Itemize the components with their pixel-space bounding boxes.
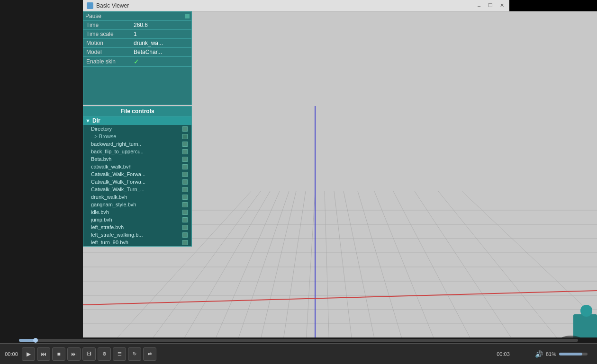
dir-name: Dir [92,117,100,124]
svg-rect-31 [580,305,592,317]
list-item[interactable]: back_flip_to_uppercu.. [83,148,191,155]
list-item[interactable]: Beta.bvh [83,155,191,163]
file-icon [182,240,188,245]
file-name: Catwalk_Walk_Forwa... [91,171,181,177]
model-value: BetaChar... [134,49,189,55]
loop-icon: ↻ [133,351,136,356]
file-name: Catwalk_Walk_Turn_... [91,186,181,192]
file-icon [182,157,188,162]
file-name: drunk_walk.bvh [91,194,181,200]
timescale-label: Time scale [86,31,134,37]
settings-icon: ⚙ [102,351,107,356]
props-body [83,67,191,105]
pause-label: Pause [85,13,101,19]
list-button[interactable]: ☰ [113,347,126,361]
file-name: gangnam_style.bvh [91,202,181,207]
browse-label: --> Browse [91,133,181,139]
model-row: Model BetaChar... [83,48,191,57]
browse-icon [182,134,188,139]
motion-row: Motion drunk_wa... [83,39,191,48]
list-item[interactable]: Catwalk_Walk_Turn_... [83,186,191,193]
timescale-value: 1 [134,31,189,37]
properties-panel: Pause Time 260.6 Time scale 1 Motion dru… [83,11,192,105]
volume-slider[interactable] [559,353,588,355]
rewind-icon: ⏮ [41,351,46,357]
skin-label: Enable skin [86,58,134,65]
loop-button[interactable]: ↻ [128,347,141,361]
time-label: Time [86,22,134,28]
shuffle-button[interactable]: ⇄ [143,347,156,361]
file-name: left_strafe_walking.b... [91,232,181,238]
props-header: Pause [83,12,191,21]
frame-icon: 🎞 [87,351,91,356]
play-button[interactable]: ▶ [22,347,35,361]
list-item[interactable]: idle.bvh [83,208,191,216]
props-resize-handle[interactable] [185,14,190,18]
restore-button[interactable]: ☐ [487,2,494,9]
list-item[interactable]: left_strafe_walking.b... [83,231,191,239]
time-value: 260.6 [134,22,189,28]
minimize-button[interactable]: – [475,2,483,9]
progress-track[interactable] [19,339,578,342]
skin-check: ✓ [134,58,139,65]
file-icon [182,142,188,147]
list-item[interactable]: left_turn_90.bvh [83,239,191,246]
titlebar-controls: – ☐ ✕ [475,2,506,9]
browse-item[interactable]: --> Browse [83,133,191,140]
file-name: jump.bvh [91,217,181,222]
model-label: Model [86,49,134,55]
frame-capture-button[interactable]: 🎞 [82,347,96,361]
shuffle-icon: ⇄ [148,351,152,356]
stop-button[interactable]: ■ [52,347,65,361]
progress-area[interactable] [0,337,597,343]
file-icon [182,172,188,177]
titlebar: Basic Viewer – ☐ ✕ [83,0,509,11]
file-icon [182,217,188,222]
file-name: left_turn_90.bvh [91,240,181,245]
file-name: back_flip_to_uppercu.. [91,149,181,154]
time-row: Time 260.6 [83,21,191,30]
list-item[interactable]: catwalk_walk.bvh [83,163,191,170]
list-item[interactable]: drunk_walk.bvh [83,193,191,201]
file-icon [182,179,188,185]
skin-row: Enable skin ✓ [83,57,191,67]
settings-button[interactable]: ⚙ [98,347,111,361]
motion-label: Motion [86,40,134,46]
next-icon: ⏭ [71,351,77,357]
viewer-icon [87,2,93,9]
volume-fill [559,353,582,355]
file-name: catwalk_walk.bvh [91,164,181,169]
titlebar-left: Basic Viewer [87,2,129,9]
directory-label: Directory [91,126,181,132]
close-button[interactable]: ✕ [498,2,506,9]
transport-bar: 00:00 ▶ ⏮ ■ ⏭ 🎞 ⚙ ☰ ↻ ⇄ 🔊 81% 00:03 [0,343,597,364]
timescale-row: Time scale 1 [83,30,191,39]
file-icon [182,225,188,230]
directory-item[interactable]: Directory [83,125,191,133]
file-name: left_strafe.bvh [91,224,181,230]
volume-icon: 🔊 [535,350,543,358]
next-button[interactable]: ⏭ [67,347,81,361]
play-icon: ▶ [27,351,31,357]
dir-top-row[interactable]: ▼ Dir [83,116,191,125]
time-end: 00:03 [495,351,512,357]
time-start: 00:00 [3,351,20,357]
list-item[interactable]: Catwalk_Walk_Forwa... [83,170,191,178]
file-controls-panel: File controls ▼ Dir Directory --> Browse… [83,106,192,247]
file-icon [182,187,188,192]
file-icon [182,232,188,238]
list-item[interactable]: jump.bvh [83,216,191,223]
progress-thumb[interactable] [33,338,38,343]
left-panel [0,0,83,364]
list-item[interactable]: backward_right_turn.. [83,140,191,148]
list-item[interactable]: left_strafe.bvh [83,223,191,231]
file-list[interactable]: ▼ Dir Directory --> Browse backward_righ… [83,116,191,246]
list-item[interactable]: Catwalk_Walk_Forwa... [83,178,191,186]
rewind-button[interactable]: ⏮ [37,347,50,361]
file-name: Catwalk_Walk_Forwa... [91,179,181,185]
file-controls-header: File controls [83,107,191,116]
file-name: idle.bvh [91,209,181,215]
window-title: Basic Viewer [96,2,129,9]
file-icon [182,210,188,215]
list-item[interactable]: gangnam_style.bvh [83,201,191,208]
